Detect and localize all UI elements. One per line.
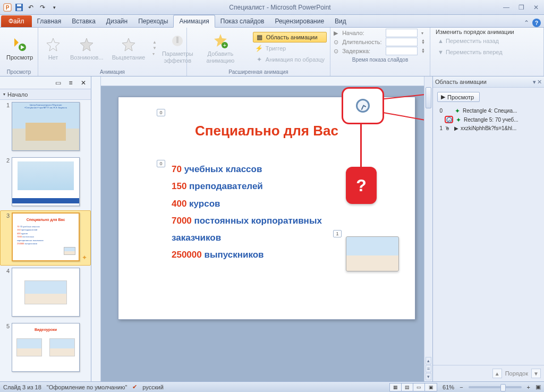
redo-icon[interactable]: ↷ xyxy=(37,2,48,13)
slide-title[interactable]: Специально для Вас xyxy=(118,123,415,139)
outline-view-icon[interactable]: ≡ xyxy=(65,78,76,88)
anim-tag-0[interactable]: 0 xyxy=(157,109,165,116)
animation-painter-button[interactable]: ✦Анимация по образцу xyxy=(253,54,327,65)
reading-view-button[interactable]: ▭ xyxy=(413,384,425,391)
pane-close-icon[interactable]: ✕ xyxy=(537,79,542,86)
svg-text:+: + xyxy=(223,42,226,48)
dropdown-icon[interactable]: ▾ xyxy=(421,31,427,36)
anim-tag-1[interactable]: 0 xyxy=(157,160,165,167)
pane-icon: ▦ xyxy=(256,33,264,41)
slideshow-view-button[interactable]: ▣ xyxy=(425,384,437,391)
delay-input[interactable] xyxy=(386,47,418,55)
tab-design[interactable]: Дизайн xyxy=(101,15,133,27)
animation-play-button[interactable]: ▶Просмотр xyxy=(437,92,480,102)
animation-pane-button[interactable]: ▦Область анимации xyxy=(253,32,327,42)
trigger-button[interactable]: ⚡Триггер xyxy=(253,43,327,54)
zoom-value[interactable]: 61% xyxy=(443,384,454,390)
tab-insert[interactable]: Вставка xyxy=(66,15,101,27)
editor-scrollbar[interactable]: ▴ ≡ ▾ xyxy=(424,76,432,381)
effect-appear[interactable]: Возникнов... xyxy=(67,35,107,62)
entrance-effect-icon: ✦ xyxy=(455,116,462,123)
file-tab[interactable]: Файл xyxy=(1,15,32,27)
animation-pane-footer: ▲ Порядок ▼ xyxy=(433,365,544,381)
tab-review[interactable]: Рецензирование xyxy=(269,15,329,27)
start-input[interactable] xyxy=(386,29,418,37)
animation-item[interactable]: 0 ✦ Rectangle 4: Специа... xyxy=(437,106,540,115)
slides-view-icon[interactable]: ▭ xyxy=(53,78,63,88)
restore-button[interactable]: ❐ xyxy=(515,3,527,12)
tab-animation[interactable]: Анимация xyxy=(173,15,215,28)
move-up-button[interactable]: ▲ xyxy=(492,369,502,378)
reorder-title: Изменить порядок анимации xyxy=(436,29,538,35)
tab-view[interactable]: Вид xyxy=(329,15,352,27)
spinner-icon[interactable]: ▲▼ xyxy=(421,39,427,45)
painter-icon: ✦ xyxy=(255,55,264,64)
slide-image[interactable] xyxy=(346,236,399,271)
title-bar: P ↶ ↷ ▾ Специалист - Microsoft PowerPoin… xyxy=(0,0,544,15)
slide[interactable]: Специально для Вас 70 учебных классов 15… xyxy=(118,97,415,320)
save-icon[interactable] xyxy=(14,2,24,13)
fit-window-button[interactable]: ▣ xyxy=(536,384,541,390)
prev-slide-button[interactable]: ▴ xyxy=(426,357,431,364)
section-header[interactable]: ▾Начало xyxy=(0,89,91,100)
group-label-preview: Просмотр xyxy=(0,69,38,76)
app-icon[interactable]: P xyxy=(2,2,13,13)
group-label-animation: Анимация xyxy=(38,69,186,76)
canvas[interactable]: Специально для Вас 70 учебных классов 15… xyxy=(101,86,432,381)
play-icon: ▶ xyxy=(441,93,445,100)
close-panel-icon[interactable]: ✕ xyxy=(78,78,89,88)
group-preview: Просмотр Просмотр xyxy=(0,28,38,76)
slide-thumb-3[interactable]: 3 Специально для Вас 70 70 учебных класс… xyxy=(0,210,91,266)
tab-home[interactable]: Главная xyxy=(32,15,67,27)
status-theme: "Оформление по умолчанию" xyxy=(47,384,128,390)
slide-thumb-4[interactable]: 4 xyxy=(0,266,91,321)
gallery-spinner[interactable]: ▲▼▾ xyxy=(152,40,157,56)
status-language[interactable]: русский xyxy=(142,384,163,390)
normal-view-button[interactable]: ▦ xyxy=(390,384,402,391)
slide-thumb-1[interactable]: 1 Центр Компьютерного Обучения«Специалис… xyxy=(0,100,91,155)
scroll-thumb[interactable] xyxy=(426,87,431,108)
status-bar: Слайд 3 из 18 "Оформление по умолчанию" … xyxy=(0,381,544,392)
duration-input[interactable] xyxy=(386,38,418,46)
zoom-slider[interactable] xyxy=(469,386,522,388)
minimize-button[interactable]: ― xyxy=(500,3,512,12)
animation-item[interactable]: ✦ Rectangle 5: 70 учеб... xyxy=(437,115,540,124)
slide-thumb-2[interactable]: 2 xyxy=(0,155,91,210)
close-button[interactable]: ✕ xyxy=(530,3,542,12)
spinner-icon[interactable]: ▲▼ xyxy=(421,48,427,54)
move-down-button[interactable]: ▼ xyxy=(531,369,541,378)
nav-menu-button[interactable]: ≡ xyxy=(426,365,431,372)
outline-bar: ▭ ≡ ✕ xyxy=(0,76,91,89)
help-icon[interactable]: ? xyxy=(532,19,541,27)
anim-tag-2[interactable]: 1 xyxy=(333,230,342,237)
tab-transitions[interactable]: Переходы xyxy=(133,15,173,27)
effect-none[interactable]: Нет xyxy=(41,35,65,62)
zoom-out-button[interactable]: − xyxy=(460,384,463,390)
preview-label: Просмотр xyxy=(6,54,33,61)
thumb-preview: Центр Компьютерного Обучения«Специалист»… xyxy=(12,102,80,151)
svg-rect-9 xyxy=(176,37,178,43)
zoom-in-button[interactable]: + xyxy=(527,384,530,390)
preview-button[interactable]: Просмотр xyxy=(3,35,36,62)
slide-body[interactable]: 70 учебных классов 150 преподавателей 40… xyxy=(172,161,331,264)
spellcheck-icon[interactable]: ✔ xyxy=(132,384,137,390)
slide-thumb-5[interactable]: 5 Видеоуроки xyxy=(0,321,91,376)
qat-customize-icon[interactable]: ▾ xyxy=(49,2,60,13)
tab-slideshow[interactable]: Показ слайдов xyxy=(215,15,270,27)
status-slide: Слайд 3 из 18 xyxy=(3,384,41,390)
callout-question: ? xyxy=(346,167,377,204)
animation-item[interactable]: 1 🖱 ▶ xxzkiNphhBk?fs=1&hl... xyxy=(437,124,540,132)
move-later-button[interactable]: ▼Переместить вперед xyxy=(436,47,538,57)
add-animation-button[interactable]: + Добавить анимацию xyxy=(190,31,251,64)
sorter-view-button[interactable]: ▤ xyxy=(402,384,413,391)
move-earlier-button[interactable]: ▲Переместить назад xyxy=(436,36,538,46)
group-reorder: Изменить порядок анимации ▲Переместить н… xyxy=(430,28,544,76)
svg-marker-5 xyxy=(14,38,19,47)
undo-icon[interactable]: ↶ xyxy=(26,2,36,13)
next-slide-button[interactable]: ▾ xyxy=(426,373,431,380)
minimize-ribbon-icon[interactable]: ⌃ xyxy=(524,19,529,27)
pane-dropdown-icon[interactable]: ▾ xyxy=(533,79,536,86)
thumbnails-panel[interactable]: 1 Центр Компьютерного Обучения«Специалис… xyxy=(0,100,91,381)
animation-pane: Область анимации ▾✕ ▶Просмотр 0 ✦ Rectan… xyxy=(432,76,544,381)
effect-fade[interactable]: Выцветание xyxy=(109,35,148,62)
